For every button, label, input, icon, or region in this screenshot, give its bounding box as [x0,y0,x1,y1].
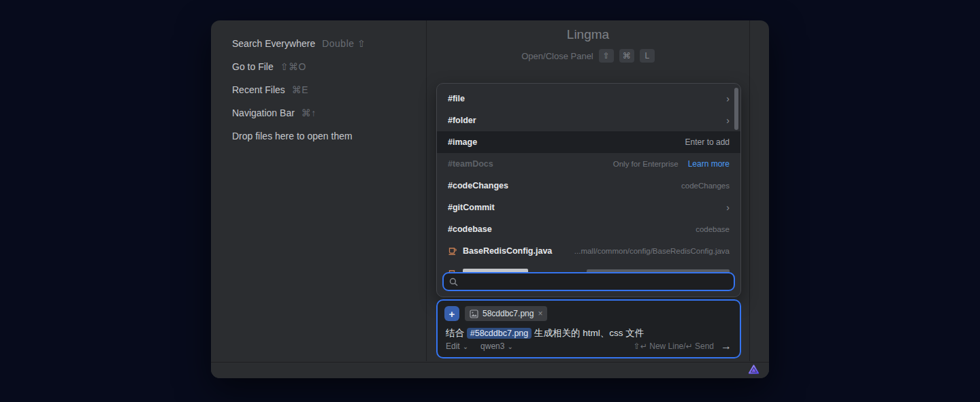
context-item-image[interactable]: #image Enter to add [437,131,740,153]
shortcut-keys: ⇧⌘O [280,61,306,72]
shortcut-keys: Double ⇧ [322,38,365,49]
key-badge-l: L [640,49,655,63]
java-file-icon [448,246,457,256]
send-button[interactable]: → [721,340,732,352]
mode-label: Edit [446,341,460,351]
context-item-label: #gitCommit [448,203,495,212]
context-search-input[interactable] [462,277,728,287]
model-dropdown[interactable]: qwen3 ⌄ [480,341,513,351]
context-item-label: #file [448,94,465,103]
context-item-codechanges[interactable]: #codeChanges codeChanges [437,175,740,197]
panel-subtitle: Open/Close Panel [521,51,593,61]
message-suffix: 生成相关的 html、css 文件 [532,328,644,338]
model-label: qwen3 [480,341,504,351]
image-file-icon [470,309,478,318]
tool-window-stripe [749,20,768,361]
shortcut-label: Drop files here to open them [232,131,353,141]
context-item-hint: Enter to add [685,137,730,147]
lingma-panel: Lingma Open/Close Panel ⇧ ⌘ L #file › #f… [427,20,749,361]
main-row: Search Everywhere Double ⇧ Go to File ⇧⌘… [211,20,769,361]
context-item-hint: Only for Enterprise [613,160,679,168]
key-badge-cmd: ⌘ [619,49,634,63]
context-item-gitcommit[interactable]: #gitCommit › [437,197,740,218]
context-item-hint: codebase [696,225,730,233]
context-item-file-baseredisconfig[interactable]: BaseRedisConfig.java ...mall/common/conf… [437,240,740,262]
context-item-label: #codeChanges [448,181,508,190]
shortcut-recent-files[interactable]: Recent Files ⌘E [232,78,426,101]
newline-send-hint: ⇧↵ New Line/↵ Send [634,341,714,351]
message-mention: #58cddbc7.png [467,328,532,339]
shortcut-label: Go to File [232,61,274,72]
attachment-name: 58cddbc7.png [483,309,534,318]
shortcut-navigation-bar[interactable]: Navigation Bar ⌘↑ [232,101,426,124]
popup-scrollbar[interactable] [734,88,738,130]
composer-toolbar: Edit ⌄ qwen3 ⌄ ⇧↵ New Line/↵ Send → [446,340,732,352]
chevron-right-icon: › [726,116,730,125]
chevron-right-icon: › [726,94,730,103]
context-item-codebase[interactable]: #codebase codebase [437,218,740,240]
chat-composer[interactable]: + 58cddbc7.png × 结 [436,299,741,358]
search-icon [449,278,458,286]
ide-window: Search Everywhere Double ⇧ Go to File ⇧⌘… [211,20,769,378]
learn-more-link[interactable]: Learn more [688,159,730,169]
lingma-logo-icon[interactable] [748,365,760,376]
context-item-label: #image [448,137,477,147]
chevron-down-icon: ⌄ [507,343,512,350]
context-item-label: #folder [448,116,476,125]
context-list: #file › #folder › #image Enter to add [437,84,740,273]
context-item-path: ...mall/common/config/BaseRedisConfig.ja… [574,247,730,255]
chevron-down-icon: ⌄ [463,343,468,350]
shortcut-keys: ⌘↑ [301,107,316,118]
attachment-chip[interactable]: 58cddbc7.png × [465,306,547,321]
panel-title: Lingma [427,27,749,42]
composer-attachments-row: + 58cddbc7.png × [438,301,740,321]
shortcut-label: Search Everywhere [232,38,315,49]
context-item-label: #teamDocs [448,159,493,169]
panel-subtitle-row: Open/Close Panel ⇧ ⌘ L [427,49,749,63]
context-item-folder[interactable]: #folder › [437,110,740,131]
drop-files-hint: Drop files here to open them [232,124,426,148]
context-item-label: #codebase [448,224,492,234]
chevron-right-icon: › [726,203,730,212]
shortcut-go-to-file[interactable]: Go to File ⇧⌘O [232,55,426,78]
context-mention-popup: #file › #folder › #image Enter to add [436,83,741,297]
mode-dropdown[interactable]: Edit ⌄ [446,341,468,351]
shortcut-keys: ⌘E [292,84,308,95]
context-item-hint: codeChanges [681,182,730,190]
message-prefix: 结合 [446,328,467,338]
status-bar [211,362,769,378]
context-item-label: BaseRedisConfig.java [463,246,552,256]
shortcut-label: Navigation Bar [232,107,295,118]
context-item-teamdocs[interactable]: #teamDocs Only for Enterprise Learn more [437,153,740,175]
composer-message[interactable]: 结合 #58cddbc7.png 生成相关的 html、css 文件 [438,321,740,339]
context-search-box[interactable] [442,272,735,291]
key-badge-shift: ⇧ [599,49,614,63]
add-context-button[interactable]: + [444,306,459,321]
editor-empty-pane: Search Everywhere Double ⇧ Go to File ⇧⌘… [211,20,426,361]
shortcut-search-everywhere[interactable]: Search Everywhere Double ⇧ [232,32,426,55]
shortcut-label: Recent Files [232,84,285,95]
context-item-file[interactable]: #file › [437,88,740,110]
close-icon[interactable]: × [538,309,542,318]
